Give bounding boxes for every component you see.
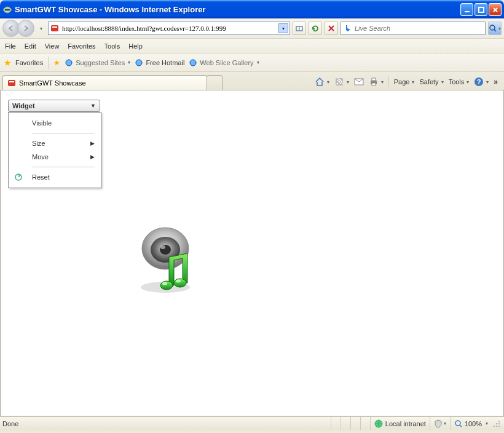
protected-mode[interactable]: ▾ — [430, 417, 450, 430]
svg-rect-17 — [372, 78, 376, 81]
svg-point-7 — [490, 25, 495, 30]
menu-edit[interactable]: Edit — [25, 42, 36, 50]
svg-point-35 — [498, 423, 500, 424]
svg-rect-11 — [8, 80, 15, 86]
widget-menu-move[interactable]: Move▶ — [9, 150, 101, 164]
menu-help[interactable]: Help — [128, 42, 143, 50]
feeds-button[interactable]: ▾ — [334, 77, 349, 87]
page-content: Widget ▼ Visible Size▶ Move▶ Reset — [0, 90, 504, 416]
menu-divider — [32, 167, 95, 167]
svg-point-14 — [336, 83, 338, 85]
forward-button[interactable] — [17, 20, 34, 37]
search-go-button[interactable]: ▾ — [488, 22, 502, 35]
close-button[interactable] — [489, 3, 502, 16]
status-pane — [360, 417, 370, 430]
svg-point-28 — [174, 279, 186, 287]
safety-menu[interactable]: Safety▾ — [419, 78, 443, 85]
zone-label: Local intranet — [385, 420, 426, 427]
widget-menu-reset[interactable]: Reset — [9, 170, 101, 184]
chevron-down-icon: ▾ — [498, 26, 501, 31]
svg-point-38 — [498, 426, 500, 427]
new-tab-button[interactable] — [207, 75, 222, 90]
menu-view[interactable]: View — [45, 42, 60, 50]
chevron-down-icon[interactable]: ▾ — [257, 60, 259, 65]
search-bar[interactable] — [341, 22, 486, 35]
suggested-sites-label: Suggested Sites — [76, 59, 125, 66]
print-button[interactable]: ▾ — [369, 77, 384, 87]
search-input[interactable] — [355, 25, 482, 32]
add-favorite-icon[interactable]: ★ — [53, 58, 60, 67]
window-titlebar: SmartGWT Showcase - Windows Internet Exp… — [0, 0, 504, 18]
url-input[interactable] — [62, 23, 276, 34]
refresh-button[interactable] — [309, 22, 322, 35]
svg-point-30 — [176, 280, 181, 283]
svg-point-8 — [66, 60, 72, 66]
site-icon — [7, 78, 17, 88]
menu-divider — [32, 133, 95, 133]
tab-title: SmartGWT Showcase — [19, 79, 86, 87]
menu-tools[interactable]: Tools — [104, 42, 120, 50]
bing-icon — [344, 24, 352, 33]
overflow-chevron-icon[interactable]: » — [494, 77, 498, 86]
svg-point-33 — [498, 421, 500, 422]
ie-page-icon — [134, 58, 144, 68]
menu-bar: File Edit View Favorites Tools Help — [0, 39, 504, 54]
minimize-button[interactable] — [460, 3, 473, 16]
menu-file[interactable]: File — [5, 42, 16, 50]
tab-strip: SmartGWT Showcase ▾ ▾ ▾ Page▾ Safety▾ To… — [0, 72, 504, 90]
resize-grip[interactable] — [492, 419, 502, 429]
svg-point-29 — [162, 282, 167, 285]
stop-button[interactable] — [325, 22, 338, 35]
zoom-control[interactable]: 100% ▾ — [450, 417, 492, 430]
svg-rect-5 — [52, 26, 57, 28]
status-text: Done — [2, 420, 23, 427]
maximize-button[interactable] — [474, 3, 487, 16]
suggested-sites-link[interactable]: Suggested Sites ▾ — [64, 58, 130, 68]
reset-icon — [14, 172, 23, 182]
page-menu[interactable]: Page▾ — [394, 78, 415, 85]
window-title: SmartGWT Showcase - Windows Internet Exp… — [15, 5, 460, 14]
address-bar[interactable]: ▾ — [48, 22, 290, 35]
tools-menu[interactable]: Tools▾ — [449, 78, 470, 85]
separator — [48, 57, 49, 69]
svg-rect-2 — [465, 11, 470, 12]
ie-app-icon — [2, 5, 12, 15]
widget-dropdown-button[interactable]: Widget ▼ — [8, 100, 100, 112]
widget-menu: Visible Size▶ Move▶ Reset — [8, 112, 101, 188]
web-slice-link[interactable]: Web Slice Gallery ▾ — [188, 58, 259, 68]
home-button[interactable]: ▾ — [315, 77, 329, 87]
svg-point-10 — [190, 60, 196, 66]
chevron-down-icon[interactable]: ▾ — [128, 60, 130, 65]
media-graphic — [136, 223, 197, 296]
free-hotmail-label: Free Hotmail — [146, 59, 184, 66]
submenu-arrow-icon: ▶ — [90, 140, 95, 146]
nav-history-dropdown[interactable]: ▾ — [37, 26, 45, 31]
status-pane — [331, 417, 341, 430]
url-dropdown-icon[interactable]: ▾ — [278, 23, 288, 33]
svg-text:?: ? — [477, 78, 481, 85]
svg-point-37 — [496, 426, 497, 427]
favorites-button-label[interactable]: Favorites — [15, 59, 43, 66]
security-zone[interactable]: Local intranet — [370, 417, 430, 430]
widget-menu-visible[interactable]: Visible — [9, 116, 101, 130]
widget-button-label: Widget — [12, 102, 35, 109]
svg-point-36 — [494, 426, 495, 427]
svg-rect-3 — [479, 7, 484, 12]
help-button[interactable]: ?▾ — [474, 77, 489, 87]
status-pane — [341, 417, 350, 430]
svg-point-32 — [455, 421, 460, 426]
readmail-button[interactable] — [354, 78, 364, 85]
favorites-star-icon[interactable]: ★ — [4, 58, 12, 68]
site-icon — [50, 23, 60, 33]
menu-favorites[interactable]: Favorites — [68, 42, 95, 50]
svg-rect-18 — [372, 83, 376, 85]
browser-tab[interactable]: SmartGWT Showcase — [2, 75, 207, 90]
widget-menu-size[interactable]: Size▶ — [9, 137, 101, 150]
compatibility-button[interactable] — [293, 22, 306, 35]
submenu-arrow-icon: ▶ — [90, 154, 95, 160]
svg-point-27 — [160, 281, 173, 290]
ie-page-icon — [188, 58, 198, 68]
favorites-bar: ★ Favorites ★ Suggested Sites ▾ Free Hot… — [0, 54, 504, 72]
free-hotmail-link[interactable]: Free Hotmail — [134, 58, 184, 68]
svg-point-9 — [136, 60, 142, 66]
